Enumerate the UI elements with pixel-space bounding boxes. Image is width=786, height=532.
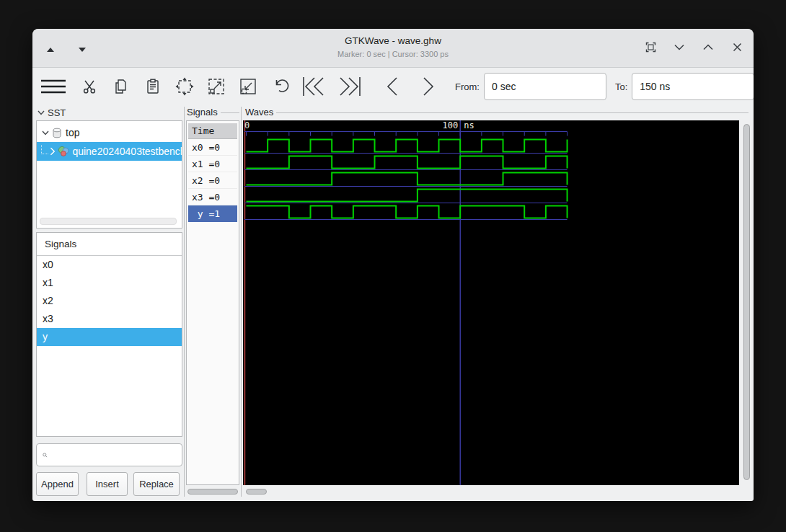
skip-to-start-icon: [302, 76, 325, 97]
clipboard-paste-icon: [144, 78, 162, 95]
waveform-plot: 0100ns: [243, 120, 739, 485]
frame-icon: [645, 42, 656, 53]
copy-button[interactable]: [110, 74, 132, 99]
frame-rule: [276, 112, 749, 113]
titlebar[interactable]: GTKWave - wave.ghw Marker: 0 sec | Curso…: [32, 29, 754, 68]
sst-label: SST: [48, 107, 66, 118]
to-label: To:: [615, 81, 627, 92]
facility-item-x3[interactable]: x3: [37, 310, 182, 328]
insert-button[interactable]: Insert: [87, 472, 128, 496]
paste-button[interactable]: [142, 74, 164, 99]
undo-button[interactable]: [269, 74, 291, 99]
chevron-down-icon: [42, 130, 49, 136]
gtkwave-window: GTKWave - wave.ghw Marker: 0 sec | Curso…: [32, 29, 754, 501]
menu-button[interactable]: [40, 74, 67, 99]
waves-frame-header: Waves: [245, 107, 749, 118]
skip-to-end-icon: [338, 76, 361, 97]
maximize-button[interactable]: [700, 39, 716, 55]
facility-item-x2[interactable]: x2: [37, 292, 182, 310]
colored-spheres-icon: [58, 146, 69, 157]
signal-row-x2[interactable]: x2 =0: [188, 172, 237, 189]
screenshot-root: GTKWave - wave.ghw Marker: 0 sec | Curso…: [0, 0, 786, 532]
tree-item-top[interactable]: top: [37, 123, 182, 142]
frame-rule: [221, 112, 239, 113]
signal-row-x3[interactable]: x3 =0: [188, 189, 237, 205]
signal-name-panel: Time x0 =0 x1 =0 x2 =0 x3 =0 y =1: [186, 120, 239, 485]
wave-horizontal-scrollbar[interactable]: [243, 487, 739, 496]
paned-separator[interactable]: [184, 107, 185, 497]
cut-button[interactable]: [79, 74, 100, 99]
search-icon: [43, 450, 48, 461]
svg-text:ns: ns: [464, 120, 474, 130]
step-right-button[interactable]: [418, 74, 439, 99]
append-button[interactable]: Append: [36, 472, 79, 496]
svg-text:0: 0: [244, 120, 250, 130]
signal-row-y[interactable]: y =1: [188, 205, 237, 222]
svg-text:100: 100: [443, 120, 459, 130]
zoom-in-icon: [207, 77, 226, 96]
undo-arrow-icon: [270, 77, 289, 96]
facility-item-x0[interactable]: x0: [37, 256, 182, 274]
close-button[interactable]: [729, 39, 745, 55]
replace-button[interactable]: Replace: [133, 472, 180, 496]
signals-frame-header: Signals: [187, 107, 239, 118]
time-header: Time: [188, 123, 237, 139]
signal-row-x0[interactable]: x0 =0: [188, 139, 237, 156]
from-label: From:: [455, 81, 480, 92]
zoom-in-button[interactable]: [206, 74, 227, 99]
zoom-out-button[interactable]: [237, 74, 259, 99]
zoom-fit-button[interactable]: [174, 74, 195, 99]
copy-icon: [112, 78, 130, 95]
chevron-right-icon: [50, 147, 56, 156]
sst-horizontal-scrollbar[interactable]: [40, 218, 177, 225]
waves-frame-label: Waves: [245, 107, 273, 118]
facility-item-x1[interactable]: x1: [37, 274, 182, 292]
tree-item-label: quine20240403testbench: [72, 146, 182, 157]
close-icon: [733, 43, 742, 52]
zoom-fit-icon: [175, 77, 194, 96]
keep-above-button[interactable]: [643, 39, 658, 55]
tree-item-testbench[interactable]: quine20240403testbench: [37, 142, 182, 161]
signals-frame-label: Signals: [187, 107, 218, 118]
minimize-button[interactable]: [671, 39, 687, 55]
tree-item-label: top: [66, 127, 79, 138]
go-to-end-button[interactable]: [337, 74, 363, 99]
chevron-up-icon: [703, 44, 713, 50]
to-input[interactable]: [632, 73, 754, 100]
chevron-down-icon: [37, 110, 45, 115]
sst-tree: top quine20240403testbench: [36, 120, 182, 229]
scissors-icon: [81, 78, 98, 95]
from-input[interactable]: [484, 73, 606, 100]
signal-search-box[interactable]: [36, 443, 182, 466]
chevron-right-icon: [422, 76, 435, 97]
chevron-down-icon: [674, 44, 684, 50]
scrollbar-thumb[interactable]: [743, 124, 750, 480]
go-to-start-button[interactable]: [301, 74, 327, 99]
testbench-icon: [58, 146, 69, 157]
wave-vertical-scrollbar[interactable]: [742, 123, 751, 483]
signal-search-input[interactable]: [52, 445, 182, 465]
wave-canvas[interactable]: 0100ns: [243, 120, 739, 485]
main-toolbar: From: To:: [32, 68, 754, 105]
signal-row-x1[interactable]: x1 =0: [188, 156, 237, 172]
chevron-left-icon: [386, 76, 399, 97]
tree-branch-line: [41, 145, 48, 154]
step-left-button[interactable]: [381, 74, 403, 99]
cylinder-icon: [52, 128, 62, 138]
scrollbar-thumb[interactable]: [246, 489, 267, 495]
paned-separator[interactable]: [241, 107, 242, 497]
sst-section-header[interactable]: SST: [37, 107, 66, 118]
facilities-header: Signals: [37, 233, 182, 256]
module-icon: [52, 128, 62, 138]
hamburger-menu-icon: [41, 79, 66, 94]
zoom-out-icon: [239, 77, 257, 96]
facilities-panel: Signals x0 x1 x2 x3 y: [36, 232, 182, 437]
facility-item-y[interactable]: y: [37, 328, 182, 346]
scrollbar-thumb[interactable]: [187, 489, 238, 495]
signal-panel-hscrollbar[interactable]: [187, 487, 239, 496]
